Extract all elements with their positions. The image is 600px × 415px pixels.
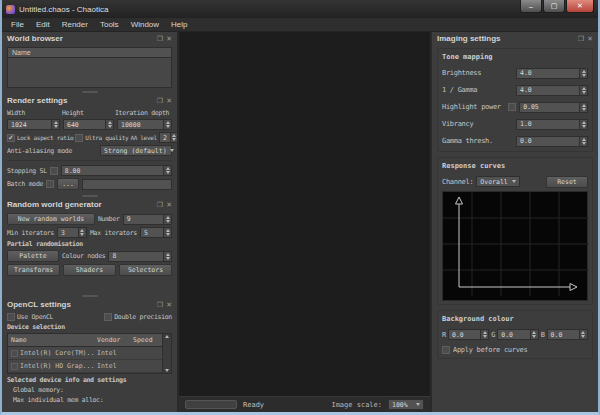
stopping-sl-spinner[interactable]: 8.00 (61, 165, 172, 176)
menu-file[interactable]: File (6, 19, 29, 30)
float-panel-icon[interactable]: ❐ (157, 301, 163, 309)
spinner-arrows-icon[interactable] (163, 214, 172, 225)
ultra-quality-checkbox[interactable] (75, 134, 83, 142)
r-value[interactable]: 0.0 (448, 329, 480, 340)
colour-nodes-value[interactable]: 8 (108, 251, 163, 262)
shaders-button[interactable]: Shaders (63, 264, 116, 276)
stopping-sl-checkbox[interactable] (50, 167, 58, 175)
world-list[interactable] (7, 58, 172, 88)
palette-button[interactable]: Palette (7, 250, 59, 262)
highlight-power-checkbox[interactable] (508, 103, 516, 111)
reset-curves-button[interactable]: Reset (546, 176, 588, 188)
scroll-down-icon[interactable] (165, 369, 169, 372)
batch-path-field[interactable] (82, 179, 172, 190)
close-panel-icon[interactable]: ✕ (166, 35, 172, 43)
device-row[interactable]: Intel(R) Core(TM)... Intel (8, 347, 162, 360)
image-scale-dropdown[interactable]: 100% (388, 399, 424, 410)
g-value[interactable]: 0.0 (497, 329, 529, 340)
close-panel-icon[interactable]: ✕ (166, 301, 172, 309)
iteration-depth-value[interactable]: 10000 (117, 119, 163, 130)
b-spinner[interactable]: 0.0 (547, 329, 588, 340)
width-spinner[interactable]: 1024 (7, 119, 60, 130)
batch-mode-checkbox[interactable] (46, 180, 54, 188)
maximize-button[interactable]: ▢ (543, 0, 565, 13)
spinner-arrows-icon[interactable] (170, 132, 177, 143)
use-opencl-checkbox[interactable] (7, 313, 15, 321)
aa-mode-dropdown[interactable]: Strong (default) (100, 145, 172, 156)
float-panel-icon[interactable]: ❐ (157, 35, 163, 43)
max-iterators-value[interactable]: 5 (140, 227, 163, 238)
aa-level-value[interactable]: 2 (159, 132, 170, 143)
width-value[interactable]: 1024 (7, 119, 51, 130)
max-iterators-spinner[interactable]: 5 (140, 227, 172, 238)
spinner-arrows-icon[interactable] (480, 329, 489, 340)
close-panel-icon[interactable]: ✕ (587, 35, 593, 43)
response-curve-editor[interactable] (442, 191, 588, 301)
brightness-value[interactable]: 4.0 (516, 68, 579, 79)
selectors-button[interactable]: Selectors (119, 264, 172, 276)
world-list-name-header[interactable]: Name (7, 47, 172, 58)
apply-before-curves-checkbox[interactable] (442, 346, 450, 354)
iteration-depth-spinner[interactable]: 10000 (117, 119, 172, 130)
transforms-button[interactable]: Transforms (7, 264, 60, 276)
browse-button[interactable]: ... (57, 178, 79, 190)
height-value[interactable]: 640 (63, 119, 105, 130)
menu-window[interactable]: Window (126, 19, 164, 30)
device-row[interactable]: Intel(R) HD Grap... Intel (8, 360, 162, 373)
spinner-arrows-icon[interactable] (579, 329, 588, 340)
minimize-button[interactable]: – (520, 0, 542, 13)
double-precision-checkbox[interactable] (104, 313, 112, 321)
device-checkbox[interactable] (11, 350, 18, 357)
close-panel-icon[interactable]: ✕ (166, 201, 172, 209)
menu-render[interactable]: Render (57, 19, 93, 30)
spinner-arrows-icon[interactable] (105, 119, 114, 130)
number-value[interactable]: 9 (123, 214, 163, 225)
col-speed[interactable]: Speed (130, 334, 162, 346)
min-iterators-spinner[interactable]: 3 (57, 227, 87, 238)
menu-tools[interactable]: Tools (95, 19, 124, 30)
device-checkbox[interactable] (11, 363, 18, 370)
r-spinner[interactable]: 0.0 (448, 329, 489, 340)
spinner-arrows-icon[interactable] (163, 227, 172, 238)
float-panel-icon[interactable]: ❐ (157, 201, 163, 209)
spinner-arrows-icon[interactable] (163, 165, 172, 176)
min-iterators-value[interactable]: 3 (57, 227, 78, 238)
gamma-thresh-value[interactable]: 0.0 (516, 136, 579, 147)
col-vendor[interactable]: Vendor (94, 334, 130, 346)
lock-aspect-checkbox[interactable]: ✓ (7, 134, 15, 142)
stopping-sl-value[interactable]: 8.00 (61, 165, 163, 176)
spinner-arrows-icon[interactable] (579, 68, 588, 79)
menu-edit[interactable]: Edit (31, 19, 55, 30)
device-table-header[interactable]: Name Vendor Speed (8, 334, 162, 347)
new-random-worlds-button[interactable]: New random worlds (7, 213, 95, 225)
aa-level-spinner[interactable]: 2 (159, 132, 177, 143)
colour-nodes-spinner[interactable]: 8 (108, 251, 172, 262)
device-table-scrollbar[interactable] (162, 334, 171, 373)
menu-help[interactable]: Help (166, 19, 192, 30)
vibrancy-value[interactable]: 1.0 (516, 119, 579, 130)
spinner-arrows-icon[interactable] (579, 119, 588, 130)
spinner-arrows-icon[interactable] (78, 227, 87, 238)
scroll-up-icon[interactable] (165, 335, 169, 338)
spinner-arrows-icon[interactable] (163, 251, 172, 262)
float-panel-icon[interactable]: ❐ (578, 35, 584, 43)
number-spinner[interactable]: 9 (123, 214, 172, 225)
spinner-arrows-icon[interactable] (530, 329, 539, 340)
channel-dropdown[interactable]: Overall (476, 176, 520, 187)
brightness-spinner[interactable]: 4.0 (516, 68, 588, 79)
col-name[interactable]: Name (8, 334, 94, 346)
highlight-power-value[interactable]: 0.05 (519, 102, 579, 113)
spinner-arrows-icon[interactable] (163, 119, 172, 130)
g-spinner[interactable]: 0.0 (497, 329, 538, 340)
float-panel-icon[interactable]: ❐ (157, 97, 163, 105)
gamma-thresh-spinner[interactable]: 0.0 (516, 136, 588, 147)
close-button[interactable]: ✕ (566, 0, 594, 13)
title-bar[interactable]: Untitled.chaos - Chaotica – ▢ ✕ (2, 0, 598, 18)
spinner-arrows-icon[interactable] (579, 85, 588, 96)
highlight-power-spinner[interactable]: 0.05 (519, 102, 588, 113)
vibrancy-spinner[interactable]: 1.0 (516, 119, 588, 130)
height-spinner[interactable]: 640 (63, 119, 114, 130)
spinner-arrows-icon[interactable] (51, 119, 60, 130)
gamma-spinner[interactable]: 4.0 (516, 85, 588, 96)
spinner-arrows-icon[interactable] (579, 102, 588, 113)
